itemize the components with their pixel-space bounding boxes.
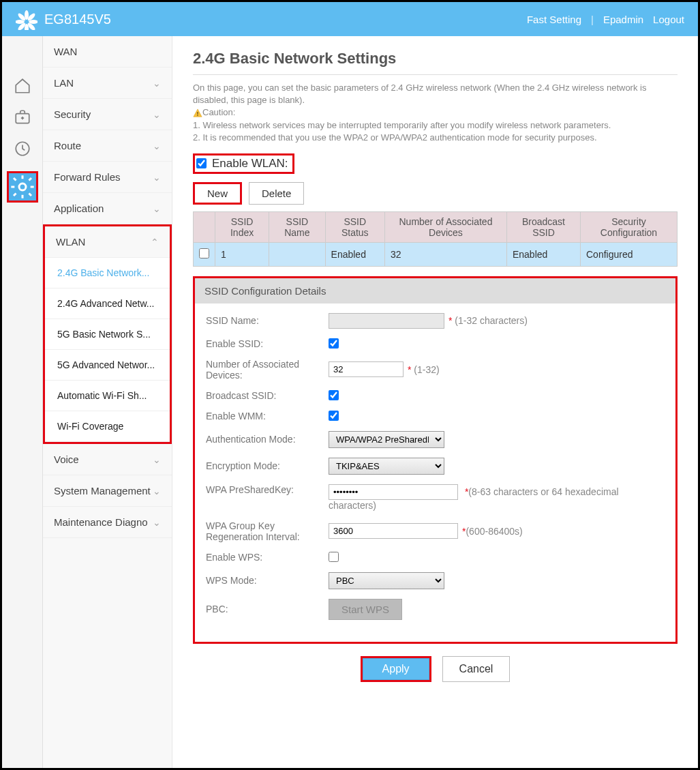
broadcast-label: Broadcast SSID:: [206, 390, 329, 401]
psk-label: WPA PreSharedKey:: [206, 484, 329, 495]
chevron-down-icon: ⌄: [153, 486, 161, 497]
sidebar-sub-24g-basic[interactable]: 2.4G Basic Network...: [45, 258, 170, 288]
ssid-name-label: SSID Name:: [206, 315, 329, 326]
enc-select[interactable]: TKIP&AES: [329, 458, 444, 475]
sidebar-item-route[interactable]: Route⌄: [43, 130, 172, 162]
col-broadcast: Broadcast SSID: [506, 211, 580, 242]
iconbar: [2, 36, 43, 768]
ssid-config-header: SSID Configuration Details: [195, 278, 675, 303]
logout-link[interactable]: Logout: [653, 14, 684, 25]
gear-icon[interactable]: [7, 171, 38, 203]
enable-wlan-row: Enable WLAN:: [193, 153, 294, 174]
ssid-config-panel: SSID Configuration Details SSID Name: * …: [193, 276, 678, 644]
enable-ssid-label: Enable SSID:: [206, 338, 329, 349]
table-row[interactable]: 1 Enabled 32 Enabled Configured: [194, 242, 678, 266]
chevron-down-icon: ⌄: [153, 78, 161, 89]
chevron-down-icon: ⌄: [153, 454, 161, 465]
enable-wlan-checkbox[interactable]: [196, 158, 207, 168]
col-security: Security Configuration: [580, 211, 677, 242]
start-wps-button[interactable]: Start WPS: [329, 599, 402, 620]
wps-mode-label: WPS Mode:: [206, 575, 329, 586]
intro-text: On this page, you can set the basic para…: [193, 82, 678, 144]
wps-enable-checkbox[interactable]: [329, 552, 339, 562]
chevron-down-icon: ⌄: [153, 203, 161, 214]
auth-label: Authentication Mode:: [206, 434, 329, 445]
delete-button[interactable]: Delete: [249, 182, 304, 205]
chevron-down-icon: ⌄: [153, 517, 161, 528]
user-link[interactable]: Epadmin: [603, 14, 643, 25]
assoc-label: Number of Associated Devices:: [206, 359, 329, 381]
sidebar-item-lan[interactable]: LAN⌄: [43, 68, 172, 99]
enc-label: Encryption Mode:: [206, 460, 329, 471]
sidebar-item-application[interactable]: Application⌄: [43, 193, 172, 224]
broadcast-checkbox[interactable]: [329, 390, 339, 400]
home-icon[interactable]: [14, 77, 31, 95]
col-ssid-name: SSID Name: [269, 211, 325, 242]
apply-button[interactable]: Apply: [363, 658, 429, 680]
regen-label: WPA Group Key Regeneration Interval:: [206, 520, 329, 542]
main-content: 2.4G Basic Network Settings On this page…: [172, 36, 698, 768]
wmm-label: Enable WMM:: [206, 411, 329, 421]
sidebar-item-sysmgmt[interactable]: System Management⌄: [43, 475, 172, 507]
page-title: 2.4G Basic Network Settings: [193, 50, 678, 68]
sidebar-item-wan[interactable]: WAN: [43, 36, 172, 68]
enable-ssid-checkbox[interactable]: [329, 338, 339, 349]
new-button[interactable]: New: [193, 182, 242, 205]
regen-input[interactable]: [329, 523, 458, 539]
status-clock-icon[interactable]: [14, 140, 31, 158]
pbc-label: PBC:: [206, 604, 329, 614]
sidebar-sub-24g-adv[interactable]: 2.4G Advanced Netw...: [45, 288, 170, 319]
psk-input[interactable]: [329, 484, 458, 500]
ssid-name-input[interactable]: [329, 313, 444, 329]
cancel-button[interactable]: Cancel: [442, 656, 511, 682]
ssid-table: SSID Index SSID Name SSID Status Number …: [193, 211, 678, 267]
sidebar-item-forward-rules[interactable]: Forward Rules⌄: [43, 162, 172, 193]
auth-select[interactable]: WPA/WPA2 PreSharedK: [329, 431, 444, 448]
sidebar-sub-auto-wifi[interactable]: Automatic Wi-Fi Sh...: [45, 381, 170, 411]
wmm-checkbox[interactable]: [329, 411, 339, 421]
app-header: EG8145V5 Fast Setting | Epadmin Logout: [2, 2, 698, 36]
col-assoc: Number of Associated Devices: [384, 211, 506, 242]
chevron-down-icon: ⌄: [153, 172, 161, 183]
row-checkbox[interactable]: [199, 248, 209, 258]
assoc-input[interactable]: [329, 361, 404, 377]
chevron-up-icon: ⌃: [151, 237, 159, 248]
svg-point-10: [19, 183, 26, 190]
brand-logo-icon: [16, 8, 37, 30]
sidebar-item-security[interactable]: Security⌄: [43, 99, 172, 130]
chevron-down-icon: ⌄: [153, 109, 161, 120]
caution-icon: !: [193, 108, 202, 118]
sidebar: WAN LAN⌄ Security⌄ Route⌄ Forward Rules⌄…: [43, 36, 172, 768]
wps-enable-label: Enable WPS:: [206, 552, 329, 563]
fast-setting-link[interactable]: Fast Setting: [527, 14, 581, 25]
sidebar-item-voice[interactable]: Voice⌄: [43, 444, 172, 475]
sidebar-sub-wifi-coverage[interactable]: Wi-Fi Coverage: [45, 411, 170, 442]
wps-mode-select[interactable]: PBC: [329, 572, 444, 589]
col-ssid-status: SSID Status: [325, 211, 384, 242]
sidebar-sub-5g-adv[interactable]: 5G Advanced Networ...: [45, 350, 170, 381]
svg-text:!: !: [197, 110, 198, 117]
enable-wlan-label: Enable WLAN:: [212, 157, 288, 171]
chevron-down-icon: ⌄: [153, 140, 161, 151]
col-ssid-index: SSID Index: [215, 211, 269, 242]
sidebar-item-wlan[interactable]: WLAN⌃: [45, 226, 170, 258]
sidebar-item-maintenance[interactable]: Maintenance Diagno⌄: [43, 507, 172, 538]
divider: |: [591, 14, 594, 25]
briefcase-plus-icon[interactable]: [14, 108, 31, 126]
device-model: EG8145V5: [44, 12, 111, 27]
divider: [193, 74, 678, 75]
sidebar-sub-5g-basic[interactable]: 5G Basic Network S...: [45, 319, 170, 350]
